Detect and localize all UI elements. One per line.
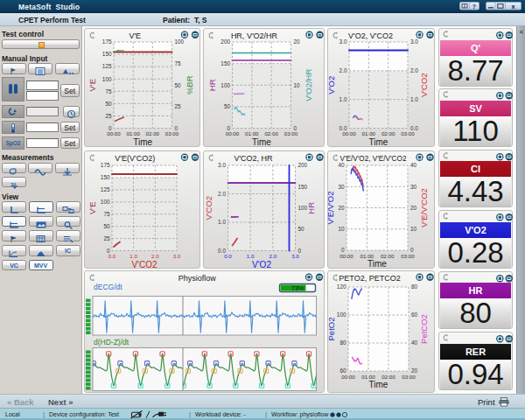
svg-text:50: 50 <box>103 223 110 229</box>
svg-text:HR, V'O2/HR: HR, V'O2/HR <box>230 32 277 40</box>
svg-text:75: 75 <box>103 211 110 217</box>
svg-text:40: 40 <box>410 162 417 168</box>
svg-text:03:00: 03:00 <box>401 253 415 259</box>
svg-text:150: 150 <box>220 60 230 66</box>
svg-text:100: 100 <box>220 82 230 88</box>
svg-text:3.0: 3.0 <box>340 38 347 45</box>
svg-text:?: ? <box>472 4 476 10</box>
svg-text:Time: Time <box>369 380 388 389</box>
svg-text:1.0: 1.0 <box>410 96 418 102</box>
svg-text:01:00: 01:00 <box>360 253 374 259</box>
svg-text:125: 125 <box>102 63 112 69</box>
svg-text:3.0: 3.0 <box>410 38 418 45</box>
svg-text:175: 175 <box>101 162 110 168</box>
svg-text:3.0: 3.0 <box>291 253 299 259</box>
svg-text:10: 10 <box>410 226 417 232</box>
svg-text:dECG/dt: dECG/dt <box>94 283 122 291</box>
svg-text:V'O2: V'O2 <box>328 76 336 94</box>
svg-text:50: 50 <box>105 101 112 107</box>
svg-text:03:00: 03:00 <box>165 130 179 136</box>
svg-text:00:00: 00:00 <box>342 130 356 136</box>
svg-text:3.0: 3.0 <box>218 162 226 168</box>
svg-text:60: 60 <box>411 312 418 318</box>
svg-text:100: 100 <box>102 76 112 82</box>
svg-text:V'CO2: V'CO2 <box>204 196 214 220</box>
svg-text:V'O2, V'CO2: V'O2, V'CO2 <box>348 32 393 40</box>
svg-text:150: 150 <box>298 184 307 190</box>
svg-text:200: 200 <box>298 162 307 168</box>
svg-text:175: 175 <box>102 38 112 45</box>
svg-text:80: 80 <box>340 340 346 346</box>
svg-text:00:00: 00:00 <box>341 374 355 380</box>
svg-text:20: 20 <box>293 38 300 45</box>
svg-text:25: 25 <box>103 235 110 242</box>
svg-text:0.0: 0.0 <box>108 253 116 259</box>
svg-text:0.0: 0.0 <box>224 253 232 259</box>
svg-text:20: 20 <box>410 205 417 211</box>
svg-text:V'O2/HR: V'O2/HR <box>304 69 313 102</box>
svg-text:2.0: 2.0 <box>218 191 226 197</box>
svg-text:V'E: V'E <box>88 79 97 92</box>
svg-text:HR: HR <box>206 79 216 91</box>
svg-text:120: 120 <box>337 284 346 290</box>
svg-text:Time: Time <box>369 137 388 147</box>
svg-text:PetCO2: PetCO2 <box>419 314 429 344</box>
svg-text:V'CO2, HR: V'CO2, HR <box>234 154 273 163</box>
svg-text:V'CO2: V'CO2 <box>131 260 158 270</box>
svg-text:20: 20 <box>338 205 345 211</box>
svg-text:PetO2: PetO2 <box>328 318 336 341</box>
svg-text:1.0: 1.0 <box>340 96 347 102</box>
svg-text:V'E: V'E <box>129 32 141 40</box>
svg-text:40: 40 <box>338 162 345 168</box>
svg-text:00:00: 00:00 <box>107 130 121 136</box>
svg-text:HR: HR <box>306 202 316 214</box>
svg-text:10: 10 <box>293 82 300 88</box>
svg-text:2.0: 2.0 <box>410 67 418 74</box>
svg-text:V'E: V'E <box>88 202 97 215</box>
svg-text:100: 100 <box>175 38 185 45</box>
svg-text:73%: 73% <box>291 285 304 291</box>
svg-text:V'CO2: V'CO2 <box>419 73 429 97</box>
svg-text:150: 150 <box>102 51 112 57</box>
svg-text:2.0: 2.0 <box>151 253 159 259</box>
svg-text:V'O2: V'O2 <box>252 260 271 270</box>
svg-text:02:00: 02:00 <box>264 130 278 136</box>
svg-text:80: 80 <box>411 284 418 290</box>
svg-text:25: 25 <box>175 103 182 109</box>
svg-text:1.0: 1.0 <box>218 219 226 225</box>
svg-text:10: 10 <box>338 226 345 232</box>
svg-text:03:00: 03:00 <box>401 130 415 136</box>
svg-text:200: 200 <box>220 38 230 45</box>
svg-text:02:00: 02:00 <box>382 130 396 136</box>
svg-text:02:00: 02:00 <box>381 253 395 259</box>
svg-text:150: 150 <box>101 174 110 180</box>
svg-text:00:00: 00:00 <box>340 253 354 259</box>
svg-text:100: 100 <box>337 312 346 318</box>
svg-text:75: 75 <box>105 88 112 94</box>
svg-text:01:00: 01:00 <box>362 130 376 136</box>
svg-text:01:00: 01:00 <box>361 374 375 380</box>
svg-text:V'E/V'O2: V'E/V'O2 <box>328 192 335 225</box>
svg-text:Time: Time <box>368 259 387 269</box>
svg-text:PETO2, PETCO2: PETO2, PETCO2 <box>339 274 400 283</box>
svg-text:50: 50 <box>175 82 182 88</box>
svg-text:50: 50 <box>298 226 304 232</box>
svg-text:00:00: 00:00 <box>225 130 239 136</box>
svg-text:01:00: 01:00 <box>126 130 140 136</box>
svg-text:50: 50 <box>223 103 230 109</box>
svg-text:V'E/V'O2, V'E/V'CO2: V'E/V'O2, V'E/V'CO2 <box>340 155 407 163</box>
svg-text:03:00: 03:00 <box>284 130 298 136</box>
svg-text:02:00: 02:00 <box>382 374 396 380</box>
svg-text:125: 125 <box>101 186 110 192</box>
svg-text:30: 30 <box>410 184 417 190</box>
svg-text:d(HD-Z)/dt: d(HD-Z)/dt <box>94 338 130 346</box>
svg-text:Time: Time <box>133 137 152 147</box>
svg-text:01:00: 01:00 <box>245 130 259 136</box>
svg-text:40: 40 <box>411 340 418 346</box>
svg-text:2.0: 2.0 <box>340 67 347 74</box>
svg-text:30: 30 <box>338 184 345 190</box>
svg-text:V'E(V'CO2): V'E(V'CO2) <box>115 154 155 163</box>
svg-text:03:00: 03:00 <box>402 374 416 380</box>
svg-text:1.0: 1.0 <box>246 253 254 259</box>
svg-text:Time: Time <box>252 137 271 147</box>
